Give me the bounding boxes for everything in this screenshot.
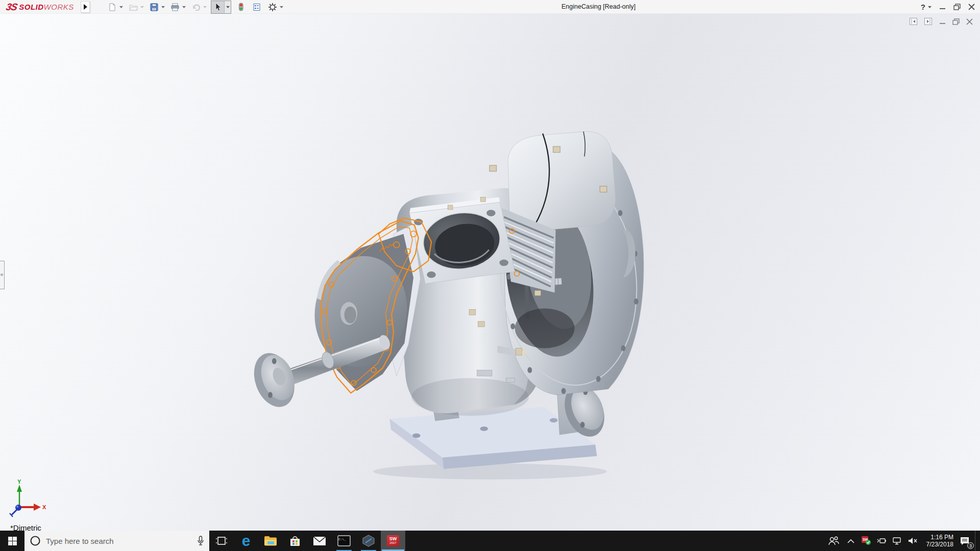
new-document-caret[interactable] (118, 1, 124, 13)
solidworks-icon: SW 2017 (387, 535, 399, 546)
taskbar-search[interactable] (24, 531, 209, 551)
start-button[interactable] (0, 531, 24, 551)
graphics-viewport[interactable]: Y X *Dimetric (0, 14, 980, 531)
microphone-icon[interactable] (197, 536, 204, 546)
close-document-button[interactable] (966, 18, 973, 25)
task-view-button[interactable] (209, 531, 234, 551)
save-button[interactable] (148, 1, 160, 13)
taskbar-app-mail[interactable] (307, 531, 332, 551)
taskbar-app-hexagon[interactable] (356, 531, 381, 551)
open-button[interactable] (127, 1, 139, 13)
help-caret[interactable] (928, 6, 932, 8)
windows-taskbar: e C:\_ (0, 531, 980, 551)
quick-access-toolbar (106, 1, 287, 13)
y-axis-arrow (17, 485, 22, 492)
document-title: EngineCasing [Read-only] (561, 3, 635, 10)
solidworks-monitor-tray[interactable]: SW (859, 531, 874, 551)
solidworks-window: 3S SOLIDWORKS (0, 0, 980, 551)
save-floppy-icon (150, 3, 158, 11)
people-button[interactable] (824, 531, 843, 551)
action-center-button[interactable]: 3 (954, 531, 975, 551)
new-document-icon (108, 3, 116, 11)
model-shadow (373, 464, 607, 480)
engine-casing-model[interactable] (0, 14, 980, 531)
logo-mark: 3S (5, 2, 18, 13)
undo-button[interactable] (190, 1, 202, 13)
taskbar-app-command-prompt[interactable]: C:\_ (332, 531, 356, 551)
minimize-document-button[interactable] (939, 18, 946, 25)
speaker-muted-icon (908, 537, 917, 544)
edge-icon: e (242, 534, 251, 547)
print-caret[interactable] (181, 1, 186, 13)
triad-y-label: Y (17, 479, 21, 485)
options-caret[interactable] (279, 1, 284, 13)
title-bar: 3S SOLIDWORKS (0, 0, 980, 14)
undo-icon (192, 3, 201, 11)
clock-date: 7/23/2018 (926, 541, 953, 548)
power-tray[interactable] (874, 531, 889, 551)
taskbar-app-solidworks[interactable]: SW 2017 (381, 531, 405, 551)
print-button[interactable] (169, 1, 181, 13)
chevron-up-icon (847, 539, 854, 543)
options-button[interactable] (266, 1, 279, 13)
select-cursor-icon (214, 3, 222, 11)
select-tool-caret[interactable] (224, 1, 231, 13)
pane-right-button[interactable] (924, 18, 933, 26)
people-icon (828, 536, 839, 545)
store-icon (289, 535, 301, 546)
task-view-icon (216, 536, 227, 546)
clock-time: 1:16 PM (930, 534, 953, 541)
network-tray[interactable] (889, 531, 904, 551)
pane-left-button[interactable] (910, 18, 918, 26)
undo-caret[interactable] (202, 1, 207, 13)
triad-x-label: X (42, 504, 46, 510)
select-tool-button[interactable] (211, 1, 224, 13)
taskbar-app-file-explorer[interactable] (258, 531, 283, 551)
file-properties-button[interactable] (251, 1, 263, 13)
hexagon-app-icon (362, 535, 375, 547)
solidworks-logo: 3S SOLIDWORKS (6, 1, 74, 13)
rebuild-button[interactable] (235, 1, 247, 13)
rebuild-traffic-light-icon (237, 3, 245, 11)
save-caret[interactable] (160, 1, 165, 13)
show-desktop-button[interactable] (975, 531, 980, 551)
taskbar-clock[interactable]: 1:16 PM 7/23/2018 (921, 531, 954, 551)
network-icon (892, 537, 901, 545)
solidworks-check-icon: SW (862, 536, 871, 545)
file-explorer-icon (264, 535, 277, 546)
windows-logo-icon (8, 537, 17, 545)
mail-icon (313, 536, 326, 546)
search-input[interactable] (46, 537, 192, 545)
open-folder-icon (129, 3, 138, 11)
cortana-icon (30, 535, 41, 546)
help-button[interactable]: ? (921, 3, 925, 11)
x-axis-arrow (34, 504, 41, 511)
close-window-button[interactable] (968, 4, 975, 10)
minimize-window-button[interactable] (939, 4, 946, 10)
taskbar-app-edge[interactable]: e (234, 531, 258, 551)
file-properties-icon (253, 3, 261, 11)
restore-document-button[interactable] (952, 18, 960, 25)
select-tool-group (211, 1, 231, 14)
open-caret[interactable] (139, 1, 144, 13)
restore-window-button[interactable] (953, 4, 961, 10)
battery-plug-icon (876, 538, 887, 544)
volume-tray[interactable] (904, 531, 921, 551)
document-window-controls (910, 18, 973, 26)
notification-badge: 3 (967, 542, 974, 549)
flyout-arrow-icon (83, 4, 87, 10)
gear-icon (268, 3, 277, 12)
menu-flyout-button[interactable] (81, 1, 90, 13)
show-hidden-icons-button[interactable] (843, 531, 859, 551)
taskbar-app-store[interactable] (283, 531, 307, 551)
orientation-triad: Y X (7, 479, 48, 518)
new-document-button[interactable] (106, 1, 118, 13)
command-prompt-glyph: C:\_ (338, 538, 346, 541)
print-icon (171, 3, 179, 11)
